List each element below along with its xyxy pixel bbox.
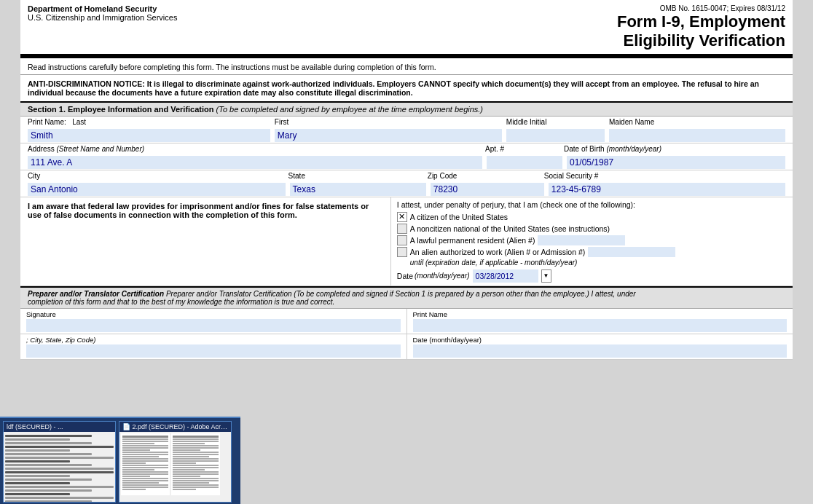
mini-page-right: [171, 433, 220, 495]
maiden-name-value: [609, 128, 785, 142]
sub-dept-name: U.S. Citizenship and Immigration Service…: [28, 13, 177, 22]
header-divider: [20, 54, 793, 58]
attestation-title: I attest, under penalty of perjury, that…: [397, 200, 787, 209]
alien-admission-input[interactable]: [588, 247, 675, 257]
dept-name: Department of Homeland Security: [28, 4, 177, 13]
zip-label: Zip Code: [428, 172, 541, 180]
state-label: State: [288, 172, 425, 180]
state-value: Texas: [290, 182, 426, 196]
omb-number: OMB No. 1615-0047; Expires 08/31/12: [617, 4, 785, 12]
citizen-checkbox[interactable]: ✕: [397, 212, 407, 222]
date-label: Date: [397, 272, 413, 280]
zip-value: 78230: [431, 182, 544, 196]
last-name-value: Smith: [28, 128, 270, 142]
print-name-label2: Print Name: [413, 310, 788, 318]
section2-fields: Signature Print Name: [20, 309, 793, 334]
print-name-label: Print Name: Last: [28, 118, 270, 126]
alien-authorized-checkbox[interactable]: [397, 247, 407, 257]
address-labels-row: Address (Street Name and Number) Apt. # …: [20, 143, 793, 154]
address-label: Address (Street Name and Number): [28, 145, 482, 153]
taskbar-label-1: ldf (SECURED) - ...: [4, 422, 115, 432]
apt-value: [487, 155, 562, 169]
apt-label: Apt. #: [485, 145, 561, 153]
city-value: San Antonio: [28, 182, 286, 196]
dob-label: Date of Birth (month/day/year): [564, 145, 785, 153]
middle-initial-label: Middle Initial: [506, 118, 605, 126]
alien-number-input[interactable]: [538, 235, 625, 245]
until-row: until (expiration date, if applicable - …: [397, 259, 787, 267]
first-name-value: Mary: [275, 128, 502, 142]
date-dropdown-arrow[interactable]: ▼: [541, 269, 551, 283]
date-value[interactable]: 03/28/2012: [473, 269, 538, 283]
ssn-value: 123-45-6789: [549, 182, 785, 196]
section1-header: Section 1. Employee Information and Veri…: [20, 103, 793, 117]
ssn-label: Social Security #: [544, 172, 785, 180]
alien-authorized-option[interactable]: An alien authorized to work (Alien # or …: [397, 247, 787, 257]
first-name-label: First: [275, 118, 502, 126]
city-values-row: San Antonio Texas 78230 123-45-6789: [20, 181, 793, 197]
attestation-right: I attest, under penalty of perjury, that…: [391, 197, 793, 286]
name-values-row: Smith Mary: [20, 127, 793, 143]
s2-address-field: ; City, State, Zip Code): [20, 334, 407, 359]
permanent-resident-label: A lawful permanent resident (Alien #): [410, 236, 535, 245]
taskbar-preview-2: [119, 432, 231, 502]
form-header: Department of Homeland Security U.S. Cit…: [20, 0, 793, 52]
section2-subtitle: Preparer and/or Translator Certification…: [166, 290, 636, 298]
section2-address-row: ; City, State, Zip Code) Date (month/day…: [20, 334, 793, 360]
address-values-row: 111 Ave. A 01/05/1987: [20, 154, 793, 170]
read-instructions: Read instructions carefully before compl…: [20, 60, 793, 75]
address2-label: ; City, State, Zip Code): [26, 336, 401, 344]
maiden-name-label: Maiden Name: [609, 118, 785, 126]
s2-date-field: Date (month/day/year): [407, 334, 793, 359]
citizen-label: A citizen of the United States: [410, 213, 508, 221]
city-label: City: [28, 172, 286, 180]
attestation-left-text: I am aware that federal law provides for…: [20, 197, 391, 286]
name-labels-row: Print Name: Last First Middle Initial Ma…: [20, 117, 793, 127]
section2-header: Preparer and/or Translator Certification…: [20, 286, 793, 309]
mini-page-left: [121, 433, 170, 495]
permanent-resident-option[interactable]: A lawful permanent resident (Alien #): [397, 235, 787, 245]
middle-initial-value: [506, 128, 605, 142]
form-i9: Department of Homeland Security U.S. Cit…: [20, 0, 793, 360]
noncitizen-option[interactable]: A noncitizen national of the United Stat…: [397, 224, 787, 234]
date-row: Date (month/day/year) 03/28/2012 ▼: [397, 269, 787, 283]
date-detail-label: (month/day/year): [415, 272, 470, 280]
taskbar-preview-1: [4, 432, 115, 502]
agency-info: Department of Homeland Security U.S. Cit…: [28, 4, 177, 22]
s2-print-name-field: Print Name: [407, 309, 793, 334]
date2-label: Date (month/day/year): [413, 336, 788, 344]
taskbar: ldf (SECURED) - ...: [0, 417, 240, 504]
dob-value: 01/05/1987: [567, 155, 785, 169]
attestation-section: I am aware that federal law provides for…: [20, 197, 793, 286]
street-value: 111 Ave. A: [28, 155, 482, 169]
s2-signature-field: Signature: [20, 309, 407, 334]
anti-discrimination-notice: ANTI-DISCRIMINATION NOTICE: It is illega…: [20, 75, 793, 103]
permanent-resident-checkbox[interactable]: [397, 235, 407, 245]
alien-authorized-label: An alien authorized to work (Alien # or …: [410, 248, 585, 256]
taskbar-label-2: 📄 2.pdf (SECURED) - Adobe Acrobat: [119, 422, 231, 432]
citizen-option[interactable]: ✕ A citizen of the United States: [397, 212, 787, 222]
city-labels-row: City State Zip Code Social Security #: [20, 170, 793, 181]
section2-subtitle2: completion of this form and that to the …: [28, 298, 334, 306]
form-title: Form I-9, Employment Eligibility Verific…: [617, 12, 785, 51]
until-label: until (expiration date, if applicable - …: [410, 259, 578, 267]
form-title-block: OMB No. 1615-0047; Expires 08/31/12 Form…: [617, 4, 785, 51]
noncitizen-label: A noncitizen national of the United Stat…: [410, 224, 610, 233]
taskbar-item-2[interactable]: 📄 2.pdf (SECURED) - Adobe Acrobat: [119, 421, 232, 503]
taskbar-item-1[interactable]: ldf (SECURED) - ...: [3, 421, 116, 503]
noncitizen-checkbox[interactable]: [397, 224, 407, 234]
